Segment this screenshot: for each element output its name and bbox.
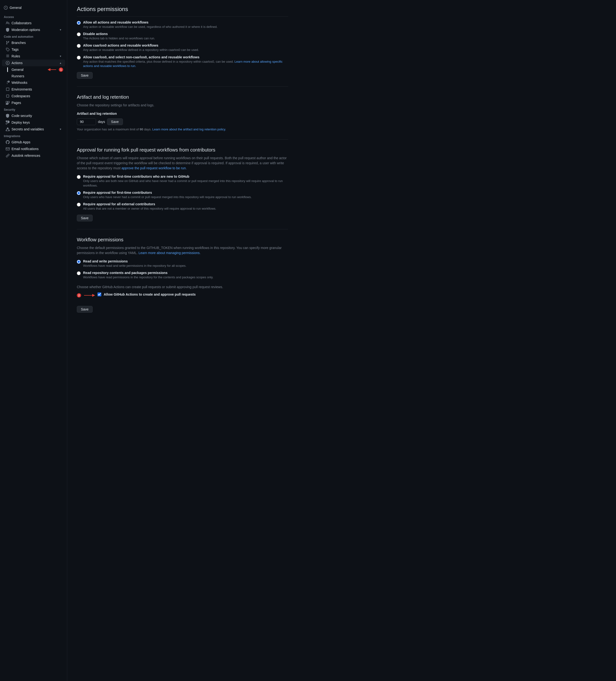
artifact-save-button[interactable]: Save xyxy=(107,118,123,125)
artifact-unit: days xyxy=(98,120,105,124)
security-section-title: Security xyxy=(0,106,67,112)
sidebar-item-pages[interactable]: Pages xyxy=(2,99,65,106)
actions-permissions-section: Allow all actions and reusable workflows… xyxy=(77,20,288,87)
all-external-label: Require approval for all external contri… xyxy=(83,202,216,206)
sidebar-item-autolink[interactable]: Autolink references xyxy=(2,152,65,159)
actions-save-button[interactable]: Save xyxy=(77,72,93,79)
workflow-desc: Choose the default permissions granted t… xyxy=(77,245,288,255)
actions-chevron: ▴ xyxy=(60,61,61,65)
actions-label: Actions xyxy=(11,61,23,65)
environments-label: Environments xyxy=(11,87,32,91)
radio-first-time-input[interactable] xyxy=(77,191,81,195)
caarlos0-desc: Any action or reusable workflow defined … xyxy=(83,48,199,52)
sidebar-item-actions[interactable]: Actions ▴ xyxy=(2,59,65,66)
approval-desc: Choose which subset of users will requir… xyxy=(77,156,288,171)
caarlos0-select-label: Allow caarlos0, and select non-caarlos0,… xyxy=(83,55,288,59)
github-apps-label: GitHub Apps xyxy=(11,140,30,144)
sidebar-item-environments[interactable]: Environments xyxy=(2,86,65,93)
sidebar-item-secrets[interactable]: Secrets and variables ▾ xyxy=(2,126,65,132)
sidebar-item-tags[interactable]: Tags xyxy=(2,46,65,53)
codespaces-label: Codespaces xyxy=(11,94,30,98)
secrets-label: Secrets and variables xyxy=(11,127,44,131)
sidebar-item-actions-runners[interactable]: Runners xyxy=(11,73,65,79)
approve-link[interactable]: approve the pull request workflow to be … xyxy=(122,166,187,170)
artifact-retention-section: Artifact and log retention Choose the re… xyxy=(77,94,288,140)
artifact-row: days Save xyxy=(77,118,288,125)
allow-all-desc: Any action or reusable workflow can be u… xyxy=(83,25,217,29)
sidebar-item-moderation[interactable]: Moderation options ▾ xyxy=(2,26,65,33)
radio-all-external: Require approval for all external contri… xyxy=(77,202,288,211)
webhooks-label: Webhooks xyxy=(11,81,27,84)
radio-read-only: Read repository contents and packages pe… xyxy=(77,271,288,279)
access-section-title: Access xyxy=(0,14,67,20)
radio-new-github: Require approval for first-time contribu… xyxy=(77,175,288,187)
integrations-section-title: Integrations xyxy=(0,132,67,139)
radio-caarlos0-input[interactable] xyxy=(77,44,81,48)
workflow-save-button[interactable]: Save xyxy=(77,306,93,313)
all-external-desc: All users that are not a member or owner… xyxy=(83,206,216,211)
deploy-keys-label: Deploy keys xyxy=(11,121,30,124)
sidebar-item-deploy-keys[interactable]: Deploy keys xyxy=(2,119,65,126)
allow-pr-label: Allow GitHub Actions to create and appro… xyxy=(104,293,196,296)
sidebar-item-branches[interactable]: Branches xyxy=(2,40,65,46)
sidebar-item-webhooks[interactable]: Webhooks xyxy=(2,79,65,86)
sidebar-item-email-notifications[interactable]: Email notifications xyxy=(2,146,65,152)
allow-pr-checkbox-option: Allow GitHub Actions to create and appro… xyxy=(98,293,196,296)
artifact-learn-more-link[interactable]: Learn more about the artifact and log re… xyxy=(152,127,226,131)
actions-general-label: General xyxy=(11,68,24,72)
caarlos0-label: Allow caarlos0 actions and reusable work… xyxy=(83,44,199,47)
read-write-desc: Workflows have read and write permission… xyxy=(83,264,186,268)
approval-radio-group: Require approval for first-time contribu… xyxy=(77,175,288,211)
sidebar-item-github-apps[interactable]: GitHub Apps xyxy=(2,139,65,146)
approval-section: Approval for running fork pull request w… xyxy=(77,147,288,229)
radio-read-write-input[interactable] xyxy=(77,260,81,264)
allow-pr-checkbox[interactable] xyxy=(98,293,101,296)
approval-save-button[interactable]: Save xyxy=(77,215,93,221)
radio-disable-input[interactable] xyxy=(77,32,81,36)
read-write-label: Read and write permissions xyxy=(83,259,186,263)
radio-allow-caarlos0-select: Allow caarlos0, and select non-caarlos0,… xyxy=(77,55,288,68)
sidebar-item-codespaces[interactable]: Codespaces xyxy=(2,93,65,99)
branches-label: Branches xyxy=(11,41,26,45)
sidebar-item-code-security[interactable]: Code security xyxy=(2,112,65,119)
badge-2: 2 xyxy=(77,293,81,298)
general-link[interactable]: General xyxy=(4,6,63,9)
code-security-label: Code security xyxy=(11,114,32,118)
badge-1: 1 xyxy=(59,68,63,72)
radio-all-external-input[interactable] xyxy=(77,203,81,206)
sidebar-general[interactable]: General xyxy=(0,4,67,11)
approval-title: Approval for running fork pull request w… xyxy=(77,147,288,153)
new-github-label: Require approval for first-time contribu… xyxy=(83,175,288,178)
sidebar-item-actions-general[interactable]: General 1 xyxy=(11,66,65,73)
annotation-arrow-1 xyxy=(48,68,57,72)
moderation-chevron: ▾ xyxy=(60,28,61,31)
artifact-label: Artifact and log retention xyxy=(77,112,288,116)
rules-label: Rules xyxy=(11,54,20,58)
workflow-learn-more-link[interactable]: Learn more about managing permissions. xyxy=(138,251,201,255)
caarlos0-select-desc: Any action that matches the specified cr… xyxy=(83,59,288,68)
secrets-chevron: ▾ xyxy=(60,127,61,131)
learn-more-actions-link[interactable]: Learn more about allowing specific actio… xyxy=(83,60,283,68)
sidebar-item-collaborators[interactable]: Collaborators xyxy=(2,20,65,26)
collaborators-label: Collaborators xyxy=(11,21,31,25)
workflow-title: Workflow permissions xyxy=(77,237,288,243)
radio-allow-caarlos0: Allow caarlos0 actions and reusable work… xyxy=(77,44,288,52)
actions-radio-group: Allow all actions and reusable workflows… xyxy=(77,20,288,68)
artifact-input[interactable] xyxy=(77,118,96,125)
moderation-label: Moderation options xyxy=(11,28,40,32)
active-indicator xyxy=(7,67,8,72)
sidebar: General Access Collaborators Moderation … xyxy=(0,0,67,681)
code-automation-title: Code and automation xyxy=(0,33,67,40)
sidebar-item-rules[interactable]: Rules ▾ xyxy=(2,53,65,59)
general-label: General xyxy=(9,6,22,9)
radio-disable: Disable actions The Actions tab is hidde… xyxy=(77,32,288,41)
workflow-permissions-section: Workflow permissions Choose the default … xyxy=(77,237,288,320)
first-time-desc: Only users who have never had a commit o… xyxy=(83,195,252,199)
read-only-label: Read repository contents and packages pe… xyxy=(83,271,213,275)
radio-allow-all-input[interactable] xyxy=(77,21,81,25)
disable-desc: The Actions tab is hidden and no workflo… xyxy=(83,36,155,41)
radio-caarlos0-select-input[interactable] xyxy=(77,56,81,59)
radio-new-github-input[interactable] xyxy=(77,175,81,179)
rules-chevron: ▾ xyxy=(60,54,61,58)
radio-read-only-input[interactable] xyxy=(77,271,81,275)
